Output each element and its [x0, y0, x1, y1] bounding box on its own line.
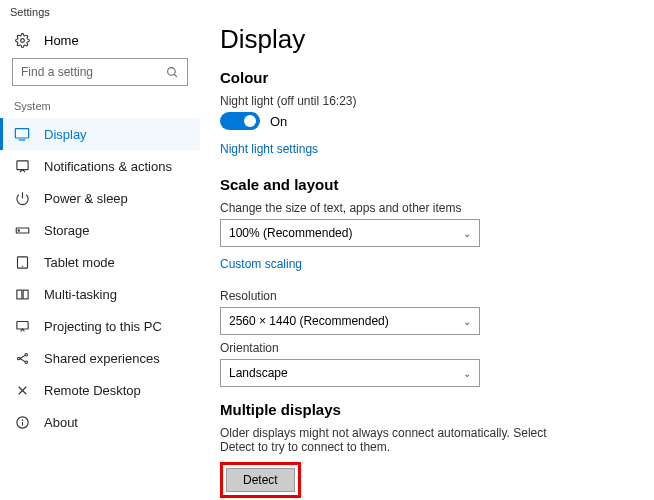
sidebar-item-label: Power & sleep: [44, 191, 128, 206]
svg-point-0: [20, 38, 24, 42]
home-nav[interactable]: Home: [0, 26, 200, 58]
sidebar-item-label: About: [44, 415, 78, 430]
power-icon: [14, 190, 30, 206]
tablet-icon: [14, 254, 30, 270]
sidebar-item-label: Notifications & actions: [44, 159, 172, 174]
resolution-label: Resolution: [220, 289, 644, 303]
svg-point-19: [22, 419, 23, 420]
night-light-settings-link[interactable]: Night light settings: [220, 142, 318, 156]
sidebar-item-shared[interactable]: Shared experiences: [0, 342, 200, 374]
svg-point-8: [18, 229, 19, 230]
svg-point-1: [168, 67, 176, 75]
svg-point-14: [17, 357, 20, 360]
sidebar-item-label: Projecting to this PC: [44, 319, 162, 334]
resolution-value: 2560 × 1440 (Recommended): [229, 314, 389, 328]
chevron-down-icon: ⌄: [463, 316, 471, 327]
night-light-label: Night light (off until 16:23): [220, 94, 644, 108]
sidebar-item-power[interactable]: Power & sleep: [0, 182, 200, 214]
notification-icon: [14, 158, 30, 174]
size-label: Change the size of text, apps and other …: [220, 201, 644, 215]
info-icon: [14, 414, 30, 430]
sidebar-item-label: Display: [44, 127, 87, 142]
remote-icon: [14, 382, 30, 398]
highlight-annotation: Detect: [220, 462, 301, 498]
colour-heading: Colour: [220, 69, 644, 86]
svg-rect-5: [16, 160, 27, 169]
resolution-dropdown[interactable]: 2560 × 1440 (Recommended) ⌄: [220, 307, 480, 335]
sidebar-item-notifications[interactable]: Notifications & actions: [0, 150, 200, 182]
sidebar: Home Find a setting System Display Notif…: [0, 22, 200, 500]
chevron-down-icon: ⌄: [463, 228, 471, 239]
projecting-icon: [14, 318, 30, 334]
svg-rect-3: [15, 129, 28, 138]
multiple-displays-desc: Older displays might not always connect …: [220, 426, 560, 454]
gear-icon: [14, 32, 30, 48]
custom-scaling-link[interactable]: Custom scaling: [220, 257, 302, 271]
orientation-dropdown[interactable]: Landscape ⌄: [220, 359, 480, 387]
orientation-value: Landscape: [229, 366, 288, 380]
toggle-state: On: [270, 114, 287, 129]
content-pane: Display Colour Night light (off until 16…: [200, 22, 654, 500]
scale-heading: Scale and layout: [220, 176, 644, 193]
home-label: Home: [44, 33, 79, 48]
display-icon: [14, 126, 30, 142]
sidebar-item-about[interactable]: About: [0, 406, 200, 438]
svg-point-16: [25, 361, 28, 364]
svg-rect-13: [16, 321, 27, 329]
detect-button[interactable]: Detect: [226, 468, 295, 492]
sidebar-section-header: System: [0, 100, 200, 118]
sidebar-item-multitasking[interactable]: Multi-tasking: [0, 278, 200, 310]
svg-rect-12: [23, 290, 28, 299]
shared-icon: [14, 350, 30, 366]
svg-line-2: [174, 74, 177, 77]
multiple-displays-heading: Multiple displays: [220, 401, 644, 418]
sidebar-item-display[interactable]: Display: [0, 118, 200, 150]
sidebar-item-label: Multi-tasking: [44, 287, 117, 302]
multitasking-icon: [14, 286, 30, 302]
sidebar-item-remote[interactable]: Remote Desktop: [0, 374, 200, 406]
sidebar-item-label: Tablet mode: [44, 255, 115, 270]
sidebar-item-label: Remote Desktop: [44, 383, 141, 398]
sidebar-item-label: Storage: [44, 223, 90, 238]
window-title: Settings: [0, 0, 654, 22]
search-input[interactable]: Find a setting: [12, 58, 188, 86]
page-title: Display: [220, 24, 644, 55]
search-icon: [166, 66, 179, 79]
orientation-label: Orientation: [220, 341, 644, 355]
search-placeholder: Find a setting: [21, 65, 93, 79]
scale-value: 100% (Recommended): [229, 226, 352, 240]
sidebar-item-label: Shared experiences: [44, 351, 160, 366]
sidebar-item-tablet[interactable]: Tablet mode: [0, 246, 200, 278]
svg-rect-11: [16, 290, 21, 299]
storage-icon: [14, 222, 30, 238]
svg-point-15: [25, 353, 28, 356]
scale-dropdown[interactable]: 100% (Recommended) ⌄: [220, 219, 480, 247]
sidebar-item-storage[interactable]: Storage: [0, 214, 200, 246]
chevron-down-icon: ⌄: [463, 368, 471, 379]
sidebar-item-projecting[interactable]: Projecting to this PC: [0, 310, 200, 342]
night-light-toggle[interactable]: [220, 112, 260, 130]
